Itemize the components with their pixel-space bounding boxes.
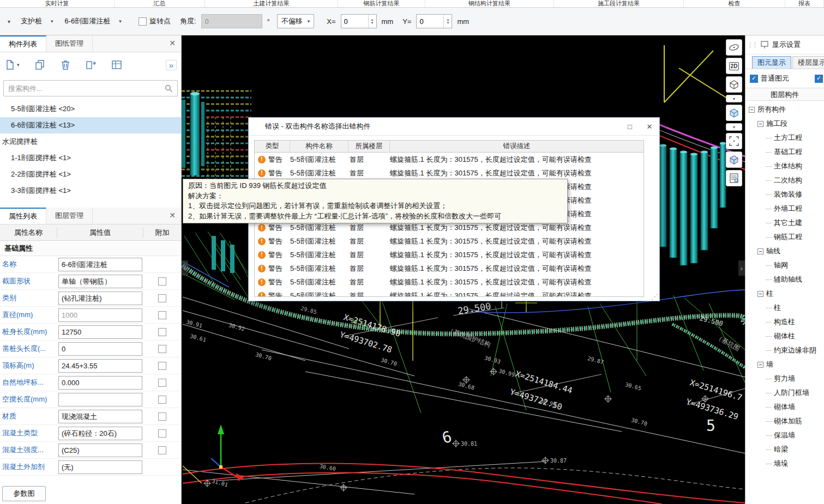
property-value-input[interactable]: 24.45+3.55	[58, 359, 142, 373]
maximize-button[interactable]: □	[620, 118, 640, 135]
error-row[interactable]: !警告5-5剖面灌注桩首层螺旋箍筋.1 长度为：301575，长度超过设定值，可…	[255, 153, 643, 166]
collapse-icon[interactable]	[757, 291, 763, 297]
property-value-input[interactable]: 12750	[58, 325, 142, 339]
collapse-left-panel-button[interactable]: ‹	[182, 260, 188, 276]
component-dropdown[interactable]: 6-6剖面灌注桩 ▾	[62, 14, 125, 28]
clone-component-button[interactable]	[86, 59, 97, 70]
property-value-input[interactable]: 0	[58, 342, 142, 356]
tab-layer-management[interactable]: 图层管理	[46, 208, 93, 224]
attach-checkbox[interactable]	[158, 362, 166, 370]
attach-checkbox[interactable]	[158, 345, 166, 353]
component-list-item[interactable]: 2-2剖面搅拌桩 <1>	[0, 166, 181, 183]
property-value-input[interactable]: 单轴（带钢筋）	[58, 275, 142, 288]
layer-tree-item[interactable]: 所有构件	[745, 102, 824, 117]
layer-tree-item[interactable]: 人防门框墙	[745, 386, 824, 400]
chevron-down-icon[interactable]: ▾	[5, 16, 13, 27]
delete-component-button[interactable]	[60, 59, 71, 70]
component-list-item[interactable]: 6-6剖面灌注桩 <13>	[0, 117, 181, 133]
more-tools-button[interactable]: »	[166, 60, 177, 70]
pin-icon[interactable]	[760, 40, 769, 49]
menu-item-1[interactable]: 实时计算	[0, 0, 115, 7]
layer-tree-item[interactable]: 轴网	[745, 258, 824, 272]
solid-mode-caret-button[interactable]: ▾	[726, 123, 742, 131]
layer-tree-item[interactable]: 其它土建	[745, 216, 824, 230]
close-icon[interactable]: ✕	[169, 211, 176, 220]
property-value-input[interactable]: 1000	[58, 308, 142, 322]
collapse-icon[interactable]	[749, 107, 755, 113]
attach-checkbox[interactable]	[158, 446, 166, 454]
layer-tree-item[interactable]: 辅助轴线	[745, 272, 824, 287]
attach-checkbox[interactable]	[158, 396, 166, 404]
error-row[interactable]: !警告5-5剖面灌注桩首层螺旋箍筋.1 长度为：301575，长度超过设定值，可…	[255, 275, 643, 289]
layer-tree-item[interactable]: 保温墙	[745, 428, 824, 442]
display-settings-list-button[interactable]	[726, 170, 742, 186]
property-value-input[interactable]: (C25)	[58, 444, 142, 457]
attach-checkbox[interactable]	[158, 277, 166, 286]
property-value-input[interactable]: (钻孔灌注桩)	[58, 292, 142, 305]
secondary-checkbox[interactable]	[815, 75, 823, 83]
layer-tree-item[interactable]: 柱	[745, 301, 824, 315]
layer-tree-item[interactable]: 砌体柱	[745, 329, 824, 343]
layer-tree-item[interactable]: 砌体加筋	[745, 414, 824, 428]
error-row[interactable]: !警告5-5剖面灌注桩首层螺旋箍筋.1 长度为：301575，长度超过设定值，可…	[255, 262, 643, 275]
collapse-icon[interactable]	[757, 121, 763, 127]
component-list-item[interactable]: 1-1剖面搅拌桩 <1>	[0, 150, 181, 166]
checkbox-icon[interactable]	[139, 17, 147, 26]
drag-handle-icon[interactable]: ⋮⋮	[747, 41, 757, 48]
layer-tree-item[interactable]: 外墙工程	[745, 202, 824, 216]
layer-tree-item[interactable]: 主体结构	[745, 159, 824, 173]
layer-tree-item[interactable]: 剪力墙	[745, 372, 824, 386]
layer-tree-item[interactable]: 基础工程	[745, 145, 824, 159]
layer-tree-item[interactable]: 墙	[745, 357, 824, 372]
collapse-icon[interactable]	[757, 248, 763, 254]
layer-tree-item[interactable]: 约束边缘非阴	[745, 343, 824, 357]
property-value-input[interactable]: (碎石粒径：20石)	[58, 427, 142, 440]
tab-component-list[interactable]: 构件列表	[0, 35, 46, 52]
error-row[interactable]: !警告5-5剖面灌注桩首层螺旋箍筋.1 长度为：301575，长度超过设定值，可…	[255, 234, 643, 248]
error-row[interactable]: !警告5-5剖面灌注桩首层螺旋箍筋.1 长度为：301575，长度超过设定值，可…	[255, 248, 643, 262]
resize-grip-icon[interactable]: ⋰	[651, 293, 658, 301]
tab-element-display[interactable]: 图元显示	[752, 56, 791, 69]
close-icon[interactable]: ✕	[169, 39, 176, 47]
component-list-item[interactable]: 5-5剖面灌注桩 <20>	[0, 101, 181, 117]
tab-property-list[interactable]: 属性列表	[0, 208, 46, 224]
property-value-input[interactable]	[58, 393, 142, 406]
attach-checkbox[interactable]	[158, 328, 166, 336]
menu-item-8[interactable]: 报表	[785, 0, 824, 7]
error-row[interactable]: !警告5-5剖面灌注桩首层螺旋箍筋.1 长度为：301575，长度超过设定值，可…	[255, 166, 643, 180]
property-group-basic[interactable]: 基础属性	[0, 241, 181, 256]
offset-mode-dropdown[interactable]: 不偏移 ▾	[277, 14, 315, 28]
view-mode-caret-button[interactable]: ▾	[726, 95, 742, 102]
new-component-button[interactable]: ▾	[4, 59, 20, 70]
error-dialog-titlebar[interactable]: 错误 - 双击构件名称选择出错构件 □ ✕	[249, 118, 659, 136]
normal-elements-checkbox[interactable]	[750, 75, 758, 83]
spinner-arrows-icon[interactable]: ▲▼	[368, 15, 376, 28]
property-value-input[interactable]: (无)	[58, 460, 142, 474]
attach-checkbox[interactable]	[158, 311, 166, 319]
view-cube-button[interactable]	[726, 151, 742, 168]
menu-item-4[interactable]: 钢筋计算结果	[338, 0, 425, 7]
menu-item-5[interactable]: 钢结构计算结果	[425, 0, 554, 7]
menu-item-3[interactable]: 土建计算结果	[205, 0, 338, 7]
attach-checkbox[interactable]	[158, 294, 166, 302]
component-list-item[interactable]: 3-3剖面搅拌桩 <1>	[0, 183, 181, 199]
property-value-input[interactable]: 现浇混凝土	[58, 410, 142, 423]
collapse-icon[interactable]	[757, 362, 763, 368]
component-list-item[interactable]: 水泥搅拌桩	[0, 133, 181, 150]
y-value-field[interactable]	[417, 15, 443, 28]
store-component-button[interactable]	[111, 59, 122, 70]
3d-solid-view-button[interactable]	[726, 105, 742, 121]
x-value-field[interactable]	[341, 15, 368, 28]
x-input[interactable]: ▲▼	[341, 14, 377, 28]
layer-tree-item[interactable]: 柱	[745, 287, 824, 301]
layer-tree-item[interactable]: 构造柱	[745, 315, 824, 329]
attach-checkbox[interactable]	[158, 412, 166, 421]
menu-item-2[interactable]: 汇总	[115, 0, 205, 7]
2d-view-button[interactable]: 2D	[726, 58, 742, 74]
layer-tree-item[interactable]: 墙垛	[745, 457, 824, 471]
rotate-point-checkbox[interactable]: 旋转点	[139, 16, 171, 26]
layer-tree-item[interactable]: 砌体墙	[745, 400, 824, 414]
tab-drawing-management[interactable]: 图纸管理	[46, 35, 93, 52]
search-input[interactable]	[8, 84, 165, 93]
copy-component-button[interactable]	[34, 59, 45, 70]
